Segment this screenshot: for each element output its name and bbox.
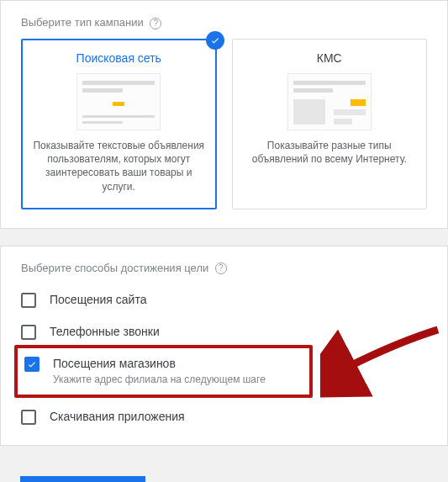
goal-option-site-visits[interactable]: Посещения сайта	[21, 284, 427, 316]
goal-option-phone-calls[interactable]: Телефонные звонки	[21, 316, 427, 348]
goal-label: Посещения сайта	[50, 293, 146, 306]
goal-label: Посещения магазинов	[53, 357, 176, 370]
option-title: Поисковая сеть	[30, 51, 208, 65]
campaign-type-option-search[interactable]: Поисковая сеть Показывайте текстовые объ…	[21, 39, 217, 209]
goal-sublabel: Укажите адрес филиала на следующем шаге	[53, 373, 266, 387]
checkbox-icon[interactable]	[21, 293, 36, 308]
checkbox-icon[interactable]	[21, 410, 36, 425]
goal-label: Телефонные звонки	[50, 325, 160, 338]
goal-option-app-downloads[interactable]: Скачивания приложения	[21, 401, 427, 433]
annotation-highlight: Посещения магазинов Укажите адрес филиал…	[14, 345, 313, 399]
search-preview-icon	[76, 73, 161, 130]
option-desc: Показывайте разные типы объявлений по вс…	[241, 139, 419, 166]
checkbox-icon[interactable]	[21, 325, 36, 340]
campaign-type-label: Выберите тип кампании	[21, 16, 144, 29]
check-icon	[206, 31, 224, 50]
goal-label: Скачивания приложения	[50, 410, 185, 423]
footer: ПРОДОЛЖИТЬ ОТМЕНА	[0, 463, 448, 482]
option-title: КМС	[241, 51, 419, 65]
goals-card: Выберите способы достижения цели ? Посещ…	[0, 246, 448, 447]
continue-button[interactable]: ПРОДОЛЖИТЬ	[20, 476, 145, 482]
checkbox-checked-icon[interactable]	[24, 357, 40, 372]
campaign-type-option-kms[interactable]: КМС Показывайте разные типы объявле	[232, 39, 428, 209]
help-icon[interactable]: ?	[150, 18, 161, 29]
campaign-type-card: Выберите тип кампании ? Поисковая сеть П…	[0, 0, 448, 229]
goals-label: Выберите способы достижения цели	[21, 262, 208, 274]
goal-option-store-visits[interactable]: Посещения магазинов Укажите адрес филиал…	[24, 355, 306, 387]
help-icon[interactable]: ?	[215, 262, 227, 274]
option-desc: Показывайте текстовые объявления пользов…	[30, 139, 208, 193]
kms-preview-icon	[287, 73, 372, 130]
